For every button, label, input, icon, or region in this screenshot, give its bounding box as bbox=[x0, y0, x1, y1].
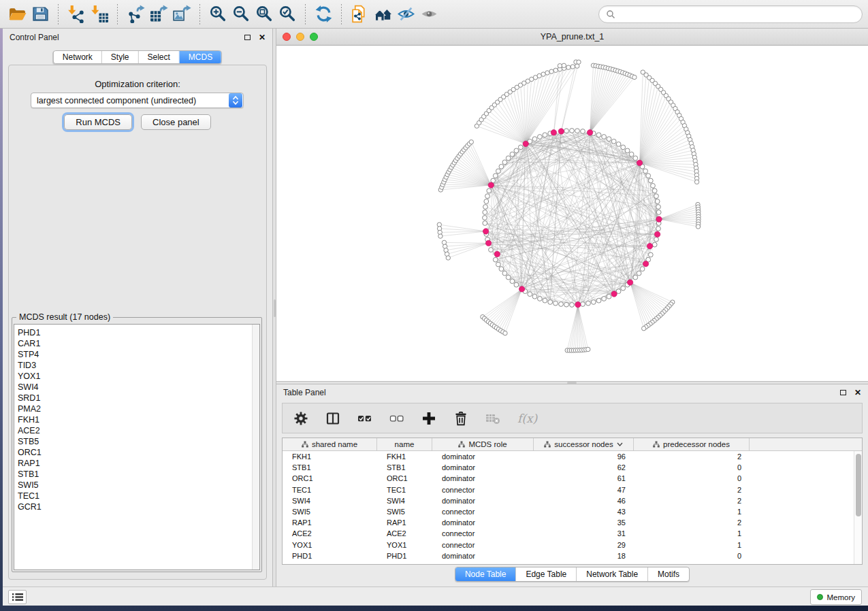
cell-name: YOX1 bbox=[377, 541, 432, 549]
zoom-out-icon bbox=[232, 5, 251, 23]
export-network-button[interactable] bbox=[124, 3, 147, 26]
unselect-all-columns-icon bbox=[389, 411, 404, 426]
hide-selected-button[interactable] bbox=[394, 3, 417, 26]
function-builder-button[interactable]: f(x) bbox=[517, 412, 537, 425]
tab-style[interactable]: Style bbox=[101, 51, 138, 63]
table-row[interactable]: SWI5SWI5connector431 bbox=[283, 506, 862, 517]
criterion-value: largest connected component (undirected) bbox=[31, 96, 229, 105]
settings-button[interactable] bbox=[293, 411, 308, 426]
mcds-result-item[interactable]: ORC1 bbox=[14, 447, 259, 458]
cell-mcds-role: dominator bbox=[432, 463, 534, 472]
import-network-icon bbox=[67, 5, 86, 23]
delete-table-button[interactable] bbox=[485, 411, 500, 426]
table-row[interactable]: PHD1PHD1dominator180 bbox=[283, 550, 862, 561]
close-panel-button[interactable]: Close panel bbox=[141, 114, 211, 130]
tab-edge-table[interactable]: Edge Table bbox=[515, 567, 576, 581]
export-image-button[interactable] bbox=[170, 3, 193, 26]
export-image-icon bbox=[173, 5, 191, 23]
delete-column-button[interactable] bbox=[453, 411, 468, 426]
cell-predecessor-nodes: 2 bbox=[634, 452, 750, 461]
mcds-result-item[interactable]: YOX1 bbox=[14, 371, 259, 382]
zoom-in-icon bbox=[209, 5, 227, 23]
import-table-button[interactable] bbox=[88, 3, 111, 26]
mcds-result-item[interactable]: RAP1 bbox=[14, 458, 259, 469]
table-row[interactable]: ACE2ACE2connector311 bbox=[283, 528, 862, 539]
mcds-result-item[interactable]: STB1 bbox=[14, 469, 259, 480]
zoom-selected-button[interactable] bbox=[276, 3, 299, 26]
network-canvas[interactable] bbox=[276, 46, 868, 381]
mcds-result-item[interactable]: SRD1 bbox=[14, 393, 259, 403]
mcds-result-item[interactable]: SWI4 bbox=[14, 382, 259, 393]
refresh-layout-icon bbox=[315, 5, 333, 23]
table-row[interactable]: SWI4SWI4dominator462 bbox=[283, 495, 862, 506]
table-scrollbar[interactable] bbox=[854, 451, 862, 564]
run-mcds-button[interactable]: Run MCDS bbox=[64, 114, 132, 130]
mcds-result-item[interactable]: GCR1 bbox=[14, 501, 259, 512]
tab-select[interactable]: Select bbox=[138, 51, 179, 63]
criterion-select[interactable]: largest connected component (undirected) bbox=[31, 93, 244, 108]
duplicate-network-button[interactable] bbox=[348, 3, 371, 26]
column-header-shared-name[interactable]: shared name bbox=[283, 438, 377, 450]
memory-status-icon bbox=[817, 594, 823, 600]
cell-successor-nodes: 31 bbox=[534, 529, 634, 538]
search-field[interactable] bbox=[598, 5, 863, 23]
mcds-result-item[interactable]: ACE2 bbox=[14, 425, 259, 436]
zoom-fit-button[interactable] bbox=[253, 3, 276, 26]
zoom-out-button[interactable] bbox=[229, 3, 253, 26]
toolbar-separator bbox=[199, 4, 200, 24]
cell-shared-name: FKH1 bbox=[283, 452, 377, 461]
float-control-panel-button[interactable] bbox=[244, 35, 251, 40]
show-hidden-button[interactable] bbox=[417, 3, 440, 26]
mcds-result-item[interactable]: PHD1 bbox=[14, 327, 259, 338]
table-row[interactable]: FKH1FKH1dominator962 bbox=[283, 451, 862, 462]
refresh-layout-button[interactable] bbox=[312, 3, 335, 26]
table-row[interactable]: RAP1RAP1dominator352 bbox=[283, 517, 862, 528]
mcds-result-item[interactable]: SWI5 bbox=[14, 480, 259, 491]
mcds-result-item[interactable]: STP4 bbox=[14, 349, 259, 360]
mcds-result-list[interactable]: PHD1CAR1STP4TID3YOX1SWI4SRD1PMA2FKH1ACE2… bbox=[14, 324, 260, 570]
select-all-columns-button[interactable] bbox=[357, 411, 372, 426]
memory-label: Memory bbox=[826, 593, 855, 601]
cell-successor-nodes: 35 bbox=[534, 518, 634, 527]
task-history-button[interactable] bbox=[8, 590, 27, 604]
export-table-button[interactable] bbox=[147, 3, 170, 26]
tab-node-table[interactable]: Node Table bbox=[455, 567, 516, 581]
tab-network-table[interactable]: Network Table bbox=[576, 567, 647, 581]
mcds-result-item[interactable]: CAR1 bbox=[14, 338, 259, 349]
float-table-panel-button[interactable] bbox=[840, 390, 846, 395]
import-network-button[interactable] bbox=[65, 3, 88, 26]
show-panels-button[interactable] bbox=[371, 3, 394, 26]
zoom-in-button[interactable] bbox=[206, 3, 229, 26]
tab-network[interactable]: Network bbox=[54, 51, 101, 63]
network-graph[interactable] bbox=[276, 46, 868, 381]
cell-shared-name: YOX1 bbox=[283, 541, 377, 549]
mcds-result-item[interactable]: STB5 bbox=[14, 436, 259, 447]
memory-button[interactable]: Memory bbox=[810, 589, 862, 605]
create-column-button[interactable] bbox=[421, 411, 436, 426]
split-columns-button[interactable] bbox=[325, 411, 340, 426]
unselect-all-columns-button[interactable] bbox=[389, 411, 404, 426]
column-header-mcds-role[interactable]: MCDS role bbox=[432, 438, 534, 450]
table-row[interactable]: STB1STB1dominator620 bbox=[283, 462, 862, 473]
tab-mcds[interactable]: MCDS bbox=[179, 51, 221, 63]
table-row[interactable]: ORC1ORC1dominator610 bbox=[283, 473, 862, 484]
table-scrollbar-thumb[interactable] bbox=[856, 454, 861, 516]
save-session-button[interactable] bbox=[29, 3, 52, 26]
sort-desc-icon bbox=[617, 442, 623, 446]
mcds-list-scrollbar[interactable] bbox=[252, 325, 259, 569]
mcds-result-item[interactable]: TID3 bbox=[14, 360, 259, 371]
column-header-predecessor-nodes[interactable]: predecessor nodes bbox=[634, 438, 750, 450]
mcds-result-item[interactable]: TEC1 bbox=[14, 491, 259, 501]
column-header-successor-nodes[interactable]: successor nodes bbox=[534, 438, 634, 450]
mcds-result-item[interactable]: PMA2 bbox=[14, 403, 259, 414]
close-table-panel-button[interactable]: ✕ bbox=[854, 389, 861, 397]
close-control-panel-button[interactable]: ✕ bbox=[259, 33, 266, 42]
table-row[interactable]: TEC1TEC1connector472 bbox=[283, 484, 862, 495]
column-header-name[interactable]: name bbox=[377, 438, 432, 450]
cell-successor-nodes: 96 bbox=[534, 452, 634, 461]
table-row[interactable]: YOX1YOX1connector291 bbox=[283, 540, 862, 550]
search-input[interactable] bbox=[620, 9, 855, 20]
open-session-button[interactable] bbox=[5, 3, 29, 26]
mcds-result-item[interactable]: FKH1 bbox=[14, 414, 259, 425]
tab-motifs[interactable]: Motifs bbox=[647, 567, 689, 581]
